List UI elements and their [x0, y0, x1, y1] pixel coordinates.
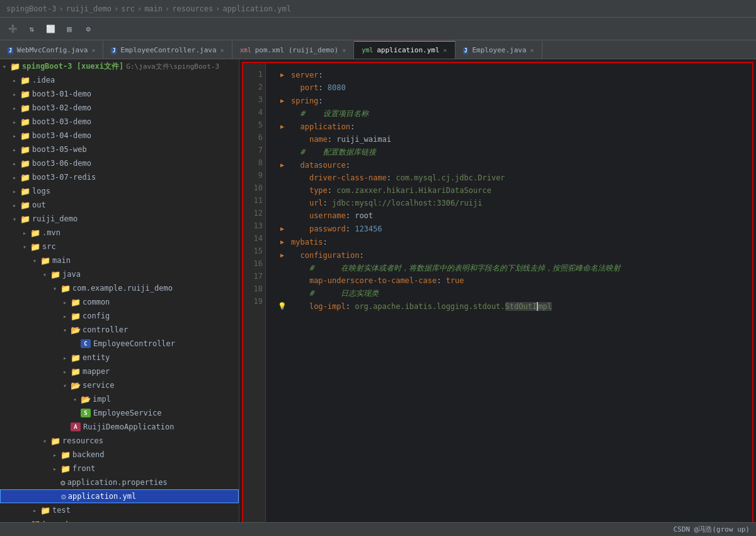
tree-item[interactable]: ▸📁logs: [0, 184, 239, 198]
folder-icon: 📁: [20, 90, 30, 99]
tree-arrow: ▾: [13, 216, 20, 223]
folder-icon: 📁: [50, 436, 60, 446]
project-sidebar[interactable]: ▾📁spingBoot-3 [xuexi文件]G:\java文件\spingBo…: [0, 59, 239, 522]
tree-label: backend: [72, 450, 105, 459]
tab-pom[interactable]: xmlpom.xml (ruiji_demo)✕: [232, 41, 355, 59]
line-code: map-underscore-to-camel-case: true: [291, 274, 464, 287]
folder-icon: 📂: [71, 325, 81, 335]
tree-item[interactable]: ▸📁target: [0, 517, 239, 522]
tree-item[interactable]: CEmployeeController: [0, 337, 239, 351]
line-number: 15: [248, 245, 263, 257]
tree-arrow: ▸: [53, 465, 60, 472]
tree-arrow: ▸: [13, 160, 20, 167]
tree-arrow: ▸: [13, 119, 20, 125]
tree-arrow: ▾: [43, 438, 50, 445]
tree-item[interactable]: ▸📁boot3-07-redis: [0, 170, 239, 184]
tree-item[interactable]: ▸📁out: [0, 198, 239, 212]
line-gutter: ▶: [276, 235, 289, 248]
tree-item[interactable]: ▾📂controller: [0, 323, 239, 337]
breadcrumb-main: main: [144, 4, 163, 13]
code-content: ▶server: port: 8080▶spring: # 设置项目名称▶ ap…: [266, 63, 752, 522]
gutter-arrow: ▶: [280, 161, 284, 168]
tab-close-btn[interactable]: ✕: [91, 47, 95, 54]
tree-item[interactable]: ▾📁com.example.ruiji_demo: [0, 281, 239, 295]
tree-item[interactable]: ▸📁test: [0, 503, 239, 517]
tree-item[interactable]: ▸📁boot3-02-demo: [0, 101, 239, 115]
breadcrumb-project: spingBoot-3: [6, 4, 56, 13]
tab-appyml[interactable]: ymlapplication.yml✕: [354, 41, 455, 59]
tree-arrow: ▸: [63, 354, 71, 361]
tree-label: com.example.ruiji_demo: [72, 284, 173, 293]
line-code: password: 123456: [291, 223, 382, 235]
tree-item[interactable]: ▸📁common: [0, 295, 239, 309]
code-editor[interactable]: 12345678910111213141516171819 ▶server: p…: [239, 59, 756, 522]
tree-arrow: ▾: [73, 396, 81, 403]
code-line: # 设置项目名称: [276, 107, 752, 120]
tab-close-btn[interactable]: ✕: [530, 47, 534, 54]
tree-item[interactable]: ▸📁boot3-04-demo: [0, 129, 239, 143]
toolbar-sync-btn[interactable]: ⇅: [24, 21, 39, 37]
tree-label: ruiji_demo: [32, 214, 77, 223]
code-line: type: com.zaxxer.hikari.HikariDataSource: [276, 184, 752, 197]
tree-item[interactable]: ▾📂service: [0, 378, 239, 392]
tree-item[interactable]: ▾📁ruiji_demo: [0, 212, 239, 226]
tree-label: target: [42, 520, 69, 522]
tree-item[interactable]: ▸📁boot3-03-demo: [0, 115, 239, 129]
tree-item[interactable]: ▾📁java: [0, 267, 239, 281]
tree-item[interactable]: ▸📁.mvn: [0, 226, 239, 240]
line-number: 1: [248, 68, 263, 81]
tree-item[interactable]: ▸📁entity: [0, 351, 239, 364]
tab-close-btn[interactable]: ✕: [444, 47, 447, 54]
tree-item[interactable]: ▸📁mapper: [0, 364, 239, 378]
code-line: name: ruiji_waimai: [276, 133, 752, 146]
tree-label: boot3-03-demo: [32, 117, 91, 126]
tree-item[interactable]: ARuijiDemoApplication: [0, 420, 239, 434]
folder-icon: 📁: [30, 228, 40, 238]
tree-item[interactable]: ⚙application.properties: [0, 475, 239, 489]
tab-close-btn[interactable]: ✕: [342, 47, 346, 54]
folder-icon: 📁: [20, 131, 30, 141]
folder-icon: 📂: [81, 395, 91, 404]
tree-item[interactable]: SEmployeeService: [0, 406, 239, 420]
toolbar-expand-btn[interactable]: ⬜: [43, 21, 58, 37]
line-gutter: 💡: [276, 300, 289, 313]
tree-item[interactable]: ▸📁boot3-05-web: [0, 143, 239, 156]
tree-item[interactable]: ▾📂impl: [0, 392, 239, 406]
tree-item[interactable]: ▸📁boot3-01-demo: [0, 87, 239, 101]
tree-label: mapper: [83, 367, 110, 376]
folder-icon: 📁: [30, 242, 40, 252]
code-line: ▶server:: [276, 68, 752, 81]
toolbar-settings-btn[interactable]: ⚙: [81, 21, 96, 37]
tree-item[interactable]: ▾📁main: [0, 253, 239, 267]
folder-icon: 📁: [50, 270, 60, 279]
tree-arrow: ▸: [23, 230, 30, 236]
tab-close-btn[interactable]: ✕: [220, 47, 224, 54]
tree-label: application.yml: [68, 492, 136, 501]
tree-item[interactable]: ▸📁config: [0, 309, 239, 323]
line-code: configuration:: [291, 249, 369, 262]
tab-label: WebMvcConfig.java: [17, 46, 88, 54]
tree-item[interactable]: ⚙application.yml: [0, 489, 239, 503]
tree-item[interactable]: ▸📁backend: [0, 448, 239, 462]
tab-employeejava[interactable]: JEmployee.java✕: [455, 41, 542, 59]
tree-label: EmployeeController: [93, 339, 175, 348]
line-code: mybatis:: [291, 236, 332, 248]
folder-icon: 📂: [71, 381, 81, 390]
line-number: 9: [248, 169, 263, 182]
tab-icon: J: [111, 46, 117, 54]
tree-item[interactable]: ▾📁resources: [0, 434, 239, 448]
tab-icon: yml: [362, 46, 373, 54]
tree-item[interactable]: ▸📁.idea: [0, 73, 239, 87]
line-code: type: com.zaxxer.hikari.HikariDataSource: [291, 184, 491, 197]
code-line: ▶mybatis:: [276, 235, 752, 248]
toolbar-collapse-btn[interactable]: ▤: [62, 21, 77, 37]
line-number: 4: [248, 106, 263, 119]
tree-item[interactable]: ▸📁front: [0, 462, 239, 475]
tree-label: boot3-02-demo: [32, 103, 91, 112]
tab-webmvc[interactable]: JWebMvcConfig.java✕: [0, 41, 103, 59]
tree-item[interactable]: ▾📁src: [0, 240, 239, 253]
toolbar-add-btn[interactable]: ➕: [5, 21, 20, 37]
tree-item[interactable]: ▾📁spingBoot-3 [xuexi文件]G:\java文件\spingBo…: [0, 59, 239, 73]
tab-employee[interactable]: JEmployeeController.java✕: [103, 41, 232, 59]
tree-item[interactable]: ▸📁boot3-06-demo: [0, 156, 239, 170]
